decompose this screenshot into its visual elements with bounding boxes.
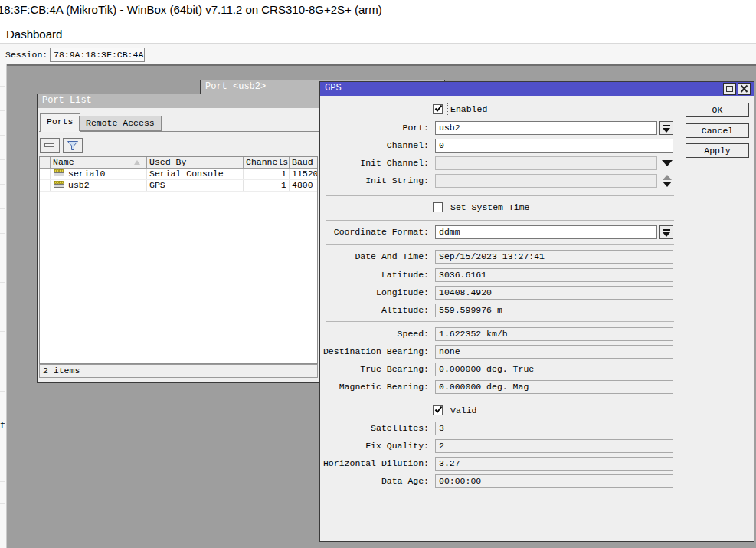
altitude-row: Altitude: 559.599976 m	[320, 304, 754, 317]
col-used-by[interactable]: Used By	[147, 157, 244, 168]
satellites-field: 3	[435, 422, 673, 435]
close-icon	[738, 84, 750, 94]
set-system-time-row: Set System Time	[320, 202, 754, 215]
fix-quality-label: Fix Quality:	[365, 439, 429, 453]
session-value-box[interactable]: 78:9A:18:3F:CB:4A	[50, 48, 145, 62]
date-and-time-label: Date And Time:	[355, 250, 429, 264]
window-gps: GPS Enabled OK Cancel Apply Port: usb2 C…	[319, 81, 754, 542]
serial-port-icon	[53, 169, 65, 177]
speed-label: Speed:	[398, 327, 429, 341]
init-string-label: Init String:	[365, 174, 429, 188]
init-string-row: Init String:	[320, 174, 754, 188]
latitude-label: Latitude:	[381, 268, 429, 282]
valid-label: Valid	[450, 405, 477, 416]
speed-field: 1.622352 km/h	[435, 327, 673, 341]
sidebar-sliver: f	[0, 64, 7, 548]
altitude-label: Altitude:	[381, 304, 429, 317]
coordinate-format-dropdown-button[interactable]	[659, 225, 673, 239]
spinner-down-icon[interactable]	[663, 182, 672, 187]
channel-field[interactable]: 0	[435, 139, 673, 153]
port-row: Port: usb2	[320, 121, 754, 135]
latitude-field: 3036.6161	[435, 268, 673, 282]
sidebar-partial-text: f	[0, 420, 5, 430]
coordinate-format-row: Coordinate Format: ddmm	[320, 225, 754, 239]
port-list-titlebar[interactable]: Port List	[38, 94, 319, 108]
true-bearing-row: True Bearing: 0.000000 deg. True	[320, 363, 754, 376]
data-age-row: Data Age: 00:00:00	[320, 474, 754, 488]
tab-strip-line	[39, 131, 319, 132]
init-channel-dropdown-icon[interactable]	[662, 160, 673, 166]
filter-button[interactable]	[63, 138, 83, 153]
enabled-checkbox[interactable]	[433, 104, 443, 114]
dropdown-arrow-icon	[663, 128, 670, 133]
table-row[interactable]: usb2 GPS 1 4800	[40, 180, 317, 192]
table-header[interactable]: Name Used By Channels Baud	[40, 157, 317, 169]
status-bar: 2 items	[39, 364, 318, 378]
date-and-time-field: Sep/15/2023 13:27:41	[435, 250, 673, 264]
separator	[326, 195, 674, 196]
destination-bearing-field: none	[435, 345, 673, 359]
coordinate-format-field[interactable]: ddmm	[435, 225, 657, 239]
enabled-label: Enabled	[450, 104, 487, 115]
init-channel-field[interactable]	[435, 156, 657, 170]
set-system-time-label: Set System Time	[450, 202, 530, 213]
init-channel-label: Init Channel:	[360, 156, 429, 170]
col-name[interactable]: Name	[51, 157, 147, 168]
horizontal-dilution-label: Horizontal Dilution:	[323, 457, 429, 471]
gps-titlebar[interactable]: GPS	[320, 82, 754, 96]
separator	[326, 220, 674, 221]
altitude-field: 559.599976 m	[435, 304, 673, 317]
spinner-up-icon[interactable]	[663, 175, 672, 180]
minus-button[interactable]	[40, 138, 60, 153]
valid-row: Valid	[320, 404, 754, 418]
init-string-field[interactable]	[435, 174, 657, 188]
set-system-time-checkbox[interactable]	[433, 202, 443, 212]
ok-button[interactable]: OK	[686, 103, 749, 117]
close-button[interactable]	[738, 83, 751, 95]
data-age-field: 00:00:00	[435, 474, 673, 488]
channel-row: Channel: 0	[320, 139, 754, 153]
speed-row: Speed: 1.622352 km/h	[320, 327, 754, 341]
tab-ports[interactable]: Ports	[40, 113, 80, 132]
check-icon	[434, 103, 443, 113]
port-field[interactable]: usb2	[435, 121, 657, 135]
col-baud[interactable]: Baud	[290, 157, 317, 168]
maximize-icon	[726, 86, 733, 92]
port-dropdown-button[interactable]	[659, 121, 673, 135]
app-title: 18:3F:CB:4A (MikroTik) - WinBox (64bit) …	[0, 3, 382, 16]
col-blank[interactable]	[40, 157, 51, 168]
port-label: Port:	[402, 121, 429, 135]
true-bearing-field: 0.000000 deg. True	[435, 363, 673, 376]
longitude-label: Longitude:	[376, 286, 429, 300]
satellites-label: Satellites:	[371, 422, 429, 435]
menu-dashboard[interactable]: Dashboard	[6, 28, 62, 41]
col-channels[interactable]: Channels	[244, 157, 290, 168]
channel-label: Channel:	[387, 139, 429, 153]
sort-asc-icon	[134, 160, 140, 165]
check-icon	[434, 405, 443, 415]
coordinate-format-label: Coordinate Format:	[334, 225, 429, 239]
longitude-row: Longitude: 10408.4920	[320, 286, 754, 300]
window-port-list: Port List Ports Remote Access Name Used …	[37, 94, 320, 383]
latitude-row: Latitude: 3036.6161	[320, 268, 754, 282]
fix-quality-field: 2	[435, 439, 673, 453]
separator	[326, 399, 674, 399]
init-channel-row: Init Channel:	[320, 156, 754, 170]
port-table: Name Used By Channels Baud serial0 Seria…	[39, 156, 318, 364]
fix-quality-row: Fix Quality: 2	[320, 439, 754, 453]
valid-checkbox[interactable]	[433, 405, 443, 415]
tab-remote-access[interactable]: Remote Access	[79, 116, 162, 131]
minus-icon	[44, 143, 54, 147]
horizontal-dilution-field: 3.27	[435, 457, 673, 471]
table-row[interactable]: serial0 Serial Console 1 115200	[40, 169, 317, 180]
satellites-row: Satellites: 3	[320, 422, 754, 435]
maximize-button[interactable]	[723, 83, 736, 95]
dropdown-arrow-icon	[663, 232, 670, 237]
magnetic-bearing-row: Magnetic Bearing: 0.000000 deg. Mag	[320, 380, 754, 394]
horizontal-dilution-row: Horizontal Dilution: 3.27	[320, 457, 754, 471]
magnetic-bearing-field: 0.000000 deg. Mag	[435, 380, 673, 394]
separator	[326, 244, 674, 245]
filter-funnel-icon	[67, 140, 79, 151]
session-bar: Session: 78:9A:18:3F:CB:4A	[0, 43, 756, 64]
longitude-field: 10408.4920	[435, 286, 673, 300]
